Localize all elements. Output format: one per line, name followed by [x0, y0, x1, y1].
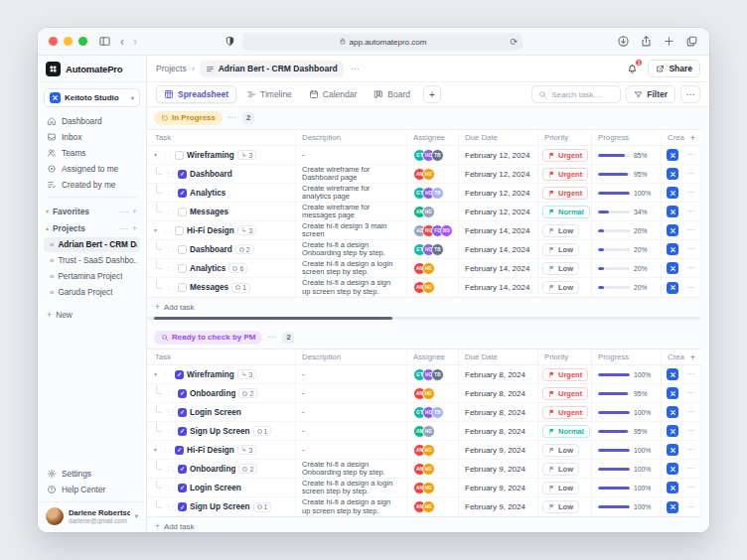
drag-handle-icon[interactable]: ⋮⋮	[165, 190, 175, 196]
drag-handle-icon[interactable]: ⋮⋮	[165, 209, 175, 214]
row-actions-icon[interactable]: ⋯	[687, 189, 696, 197]
drag-handle-icon[interactable]: ⋮⋮	[162, 152, 172, 158]
task-row[interactable]: ▾⋮⋮✓Hi-Fi Design↳3-ANHGFebruary 9, 2024L…	[147, 441, 701, 460]
task-row[interactable]: ⋮⋮✓Onboarding2-ANHGFebruary 8, 2024Urgen…	[147, 384, 701, 403]
new-tab-icon[interactable]	[663, 35, 675, 48]
sidebar-item-assigned-to-me[interactable]: Assigned to me	[44, 161, 140, 177]
drag-handle-icon[interactable]: ⋮⋮	[165, 409, 175, 415]
favorites-add-icon[interactable]: +	[132, 207, 137, 216]
group-more-icon[interactable]: ⋯	[267, 333, 277, 342]
drag-handle-icon[interactable]: ⋮⋮	[165, 428, 175, 434]
toolbar-more-button[interactable]: ⋯	[680, 85, 700, 103]
new-project-button[interactable]: + New	[38, 307, 146, 323]
workspace-selector[interactable]: Keitoto Studio ▾	[44, 88, 140, 107]
horizontal-scrollbar[interactable]	[147, 317, 701, 320]
group-status-badge[interactable]: Ready to check by PM	[154, 331, 262, 345]
task-row[interactable]: ⋮⋮MessagesCreate wireframe for messages …	[147, 203, 701, 221]
task-row[interactable]: ⋮⋮Messages1Create hi-fi a design a sign …	[147, 278, 701, 297]
tab-calendar[interactable]: Calendar	[302, 85, 365, 103]
row-actions-icon[interactable]: ⋯	[687, 484, 696, 491]
tab-overview-icon[interactable]	[685, 35, 698, 48]
assignee-avatar[interactable]: HG	[422, 425, 435, 438]
task-row[interactable]: ⋮⋮✓Login Screen-GTHCTBFebruary 8, 2024Ur…	[147, 403, 701, 422]
row-actions-icon[interactable]: ⋯	[687, 245, 696, 253]
forward-icon[interactable]: ›	[133, 36, 137, 48]
sidebar-item-dashboard[interactable]: Dashboard	[44, 113, 140, 129]
drag-handle-icon[interactable]: ⋮⋮	[165, 246, 175, 252]
browser-share-icon[interactable]	[640, 35, 653, 48]
sidebar-item-settings[interactable]: Settings	[44, 466, 140, 482]
favorites-more-icon[interactable]: ⋯	[120, 207, 129, 216]
filter-button[interactable]: Filter	[626, 85, 675, 103]
task-row[interactable]: ⋮⋮✓AnalyticsCreate wireframe for analyti…	[147, 184, 701, 203]
sidebar-project-garuda-project[interactable]: ≡Garuda Project	[44, 285, 140, 300]
drag-handle-icon[interactable]: ⋮⋮	[162, 227, 172, 233]
row-actions-icon[interactable]: ⋯	[687, 465, 696, 473]
notifications-button[interactable]: 1	[624, 61, 640, 76]
scrollbar-thumb[interactable]	[154, 317, 392, 320]
search-input[interactable]	[551, 90, 614, 99]
row-actions-icon[interactable]: ⋯	[687, 503, 696, 511]
assignee-avatar[interactable]: HG	[422, 387, 435, 400]
task-row[interactable]: ⋮⋮✓Sign Up Screen1-ANHGFebruary 8, 2024N…	[147, 422, 701, 441]
row-actions-icon[interactable]: ⋯	[687, 389, 696, 397]
task-checkbox[interactable]	[178, 264, 187, 273]
assignee-avatar[interactable]: TB	[431, 149, 444, 162]
address-bar[interactable]: app.automatepro.com ⟳	[242, 33, 523, 50]
task-row[interactable]: ▾⋮⋮✓Wireframing↳3-GTHCTBFebruary 8, 2024…	[147, 365, 701, 384]
breadcrumb-root[interactable]: Projects	[156, 64, 187, 73]
downloads-icon[interactable]	[617, 35, 630, 48]
sidebar-item-help-center[interactable]: Help Center	[44, 482, 140, 497]
add-task-button[interactable]: +Add task	[147, 300, 701, 314]
sidebar-project-pertamina-project[interactable]: ≡Pertamina Project	[44, 269, 140, 284]
task-checkbox[interactable]	[178, 208, 187, 216]
collapse-caret-icon[interactable]: ▾	[152, 152, 159, 158]
row-actions-icon[interactable]: ⋯	[687, 264, 696, 272]
sidebar-item-inbox[interactable]: Inbox	[44, 129, 140, 145]
collapse-caret-icon[interactable]: ▾	[152, 371, 159, 377]
assignee-avatar[interactable]: HG	[422, 482, 435, 494]
back-icon[interactable]: ‹	[120, 36, 124, 48]
drag-handle-icon[interactable]: ⋮⋮	[165, 265, 175, 271]
assignee-avatar[interactable]: HG	[422, 206, 435, 218]
sidebar-project-trust-saas-dashbo[interactable]: ≡Trust - SaaS Dashbo...	[44, 253, 140, 268]
projects-more-icon[interactable]: ⋯	[120, 223, 129, 233]
task-checkbox[interactable]: ✓	[175, 370, 184, 379]
task-row[interactable]: ⋮⋮Dashboard2Create hi-fi a design Onboar…	[147, 240, 701, 259]
assignee-avatar[interactable]: HG	[422, 168, 435, 181]
tab-spreadsheet[interactable]: Spreadsheet	[156, 85, 236, 103]
drag-handle-icon[interactable]: ⋮⋮	[162, 447, 172, 453]
task-checkbox[interactable]	[178, 245, 187, 254]
assignee-avatar[interactable]: TB	[431, 243, 444, 256]
share-button[interactable]: Share	[648, 60, 700, 77]
drag-handle-icon[interactable]: ⋮⋮	[165, 466, 175, 472]
row-actions-icon[interactable]: ⋯	[687, 446, 696, 454]
group-more-icon[interactable]: ⋯	[227, 113, 237, 122]
task-row[interactable]: ▾⋮⋮Wireframing↳3-GTHCTBFebruary 12, 2024…	[147, 146, 701, 165]
drag-handle-icon[interactable]: ⋮⋮	[165, 504, 175, 510]
collapse-caret-icon[interactable]: ▾	[152, 447, 159, 453]
tab-timeline[interactable]: Timeline	[239, 85, 299, 103]
sidebar-project-adrian-bert-crm-da[interactable]: ≡Adrian Bert - CRM Da...	[44, 237, 140, 252]
task-row[interactable]: ⋮⋮✓Sign Up Screen1Create hi-fi a design …	[147, 497, 701, 516]
user-menu[interactable]: Darlene Robertson darlene@gmail.com ▾	[38, 501, 146, 532]
task-checkbox[interactable]: ✓	[178, 502, 187, 511]
drag-handle-icon[interactable]: ⋮⋮	[165, 390, 175, 396]
task-row[interactable]: ⋮⋮✓Login ScreenCreate hi-fi a design a l…	[147, 479, 701, 497]
assignee-avatar[interactable]: TB	[431, 406, 444, 419]
breadcrumb-more-icon[interactable]: ⋯	[351, 64, 360, 73]
task-checkbox[interactable]	[178, 283, 187, 292]
task-checkbox[interactable]: ✓	[175, 446, 184, 455]
group-status-badge[interactable]: In Progress	[154, 111, 223, 125]
sidebar-item-teams[interactable]: Teams	[44, 145, 140, 161]
tab-board[interactable]: Board	[367, 85, 417, 103]
add-column-icon[interactable]: +	[690, 133, 695, 143]
row-actions-icon[interactable]: ⋯	[687, 427, 696, 435]
privacy-shield-icon[interactable]	[224, 36, 235, 48]
task-row[interactable]: ⋮⋮✓DashboardCreate wireframe for Dashboa…	[147, 165, 701, 184]
task-checkbox[interactable]: ✓	[178, 484, 187, 492]
task-checkbox[interactable]: ✓	[178, 170, 187, 179]
collapse-caret-icon[interactable]: ▾	[152, 227, 159, 233]
task-row[interactable]: ⋮⋮✓Onboarding2Create hi-fi a design Onbo…	[147, 460, 701, 479]
assignee-avatar[interactable]: HG	[422, 500, 435, 513]
